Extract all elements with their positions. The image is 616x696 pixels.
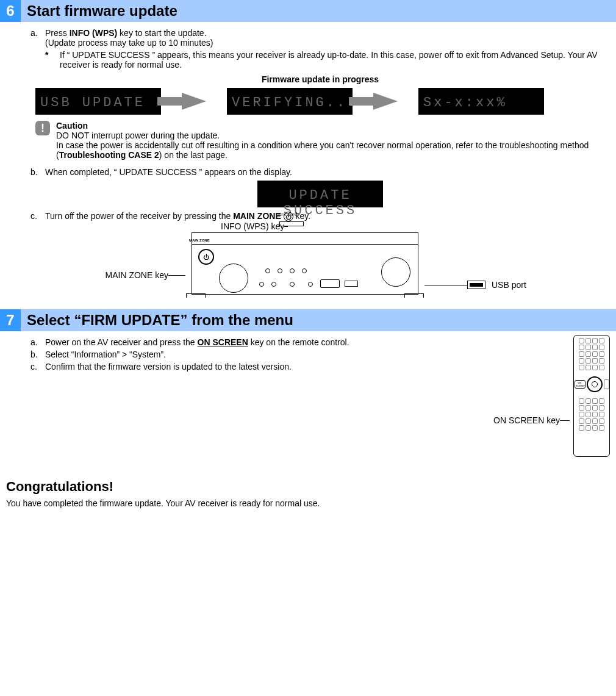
text: Press [45, 28, 70, 38]
front-usb-port [345, 281, 358, 287]
on-screen-key-callout: ON SCREEN key [493, 415, 560, 425]
text: key to start the update. [117, 28, 206, 38]
info-wps-key-callout: INFO (WPS) key [221, 221, 284, 231]
remote-control: ON SCREEN [573, 335, 610, 457]
step-6-title: Start firmware update [21, 0, 616, 22]
usb-port-icon [467, 281, 485, 289]
firmware-progress-row: USB UPDATE VERIFYING... Sx-x:xx% [35, 88, 610, 115]
info-wps-key-label: INFO (WPS) [70, 28, 118, 38]
remote-dpad [587, 376, 603, 392]
list-marker: c. [30, 362, 45, 371]
receiver-diagram: MAIN ZONE key INFO (WPS) INFO (WPS) key … [30, 232, 610, 295]
list-marker: c. [30, 211, 45, 221]
on-screen-key-label: ON SCREEN [198, 337, 248, 347]
congratulations-text: You have completed the firmware update. … [6, 498, 616, 508]
text: Power on the AV receiver and press the [45, 337, 198, 347]
av-receiver-front-panel: ⏻ [192, 232, 418, 295]
step7-item-b: b. Select “Information” > “System”. [30, 350, 457, 359]
arrow-icon [182, 93, 206, 110]
step7-item-c: c. Confirm that the firmware version is … [30, 362, 457, 371]
progress-caption: Firmware update in progress [30, 74, 610, 84]
lcd-update-success: UPDATE SUCCESS [257, 181, 383, 207]
front-hdmi-port [320, 279, 340, 288]
step-7-title: Select “FIRM UPDATE” from the menu [21, 309, 616, 331]
step6-item-a: a. Press INFO (WPS) key to start the upd… [30, 28, 610, 72]
step-6-number: 6 [0, 0, 21, 22]
troubleshooting-ref: Troubleshooting CASE 2 [59, 150, 159, 160]
step-7-number: 7 [0, 309, 21, 331]
caution-block: ! Caution DO NOT interrupt power during … [35, 121, 610, 160]
list-marker: a. [30, 28, 45, 72]
lcd-progress-percent: Sx-x:xx% [418, 88, 544, 115]
asterisk-marker: * [45, 50, 60, 70]
on-screen-button: ON SCREEN [575, 380, 586, 389]
lcd-usb-update: USB UPDATE [35, 88, 161, 115]
main-zone-power-button: ⏻ [198, 249, 214, 265]
caution-line1: DO NOT interrupt power during the update… [56, 131, 610, 140]
list-marker: b. [30, 167, 45, 177]
main-zone-key-callout: MAIN ZONE key [106, 270, 168, 280]
text: ) on the last page. [159, 150, 227, 160]
asterisk-note: If “ UPDATE SUCCESS ” appears, this mean… [60, 50, 610, 70]
input-knob [219, 264, 248, 293]
list-marker: b. [30, 350, 45, 359]
text: key on the remote control. [248, 337, 349, 347]
list-marker: a. [30, 337, 45, 347]
info-wps-small-label: INFO (WPS) [270, 213, 306, 217]
caution-line2: In case the power is accidentally cut of… [56, 140, 610, 160]
text: Turn off the power of the receiver by pr… [45, 211, 233, 221]
step6-item-b: b. When completed, “ UPDATE SUCCESS ” ap… [30, 167, 610, 177]
step-7-header: 7 Select “FIRM UPDATE” from the menu [0, 309, 616, 331]
step6-item-c: c. Turn off the power of the receiver by… [30, 211, 610, 221]
usb-port-callout: USB port [492, 280, 526, 290]
step7-item-a: a. Power on the AV receiver and press th… [30, 337, 457, 347]
volume-knob [381, 257, 410, 287]
caution-title: Caution [56, 121, 610, 131]
text: When completed, “ UPDATE SUCCESS ” appea… [45, 167, 610, 177]
congratulations-heading: Congratulations! [6, 479, 616, 495]
text: Confirm that the firmware version is upd… [45, 362, 457, 371]
text: Select “Information” > “System”. [45, 350, 457, 359]
arrow-icon [373, 93, 398, 110]
lcd-verifying: VERIFYING... [227, 88, 353, 115]
caution-icon: ! [35, 121, 50, 135]
step-6-header: 6 Start firmware update [0, 0, 616, 22]
text: (Update process may take up to 10 minute… [45, 38, 610, 48]
